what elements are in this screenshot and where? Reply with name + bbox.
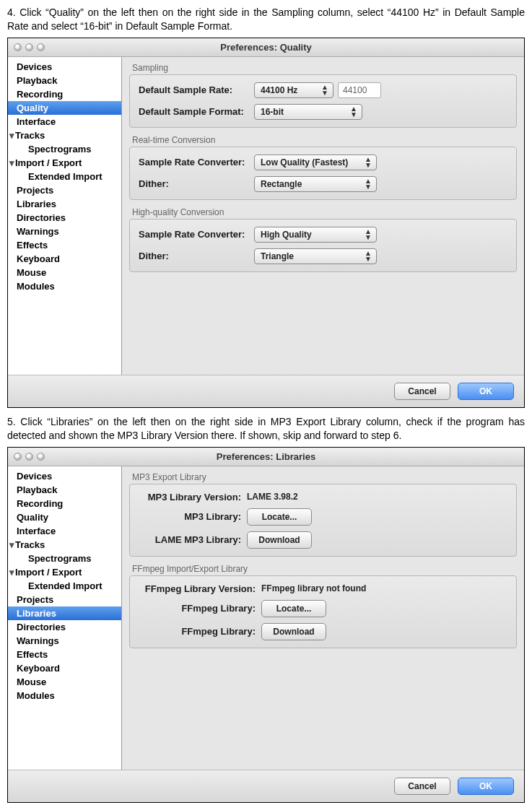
sidebar-item-modules[interactable]: Modules (8, 689, 121, 702)
sidebar-item-tracks[interactable]: ▾Tracks (8, 129, 121, 142)
disclosure-triangle-icon: ▾ (9, 157, 15, 168)
sidebar-item-effects[interactable]: Effects (8, 238, 121, 252)
sidebar: DevicesPlaybackRecordingQualityInterface… (8, 57, 122, 375)
sidebar-item-label: Devices (17, 61, 52, 72)
group-label-hq: High-quality Conversion (132, 207, 517, 217)
sidebar-item-label: Directories (17, 622, 66, 632)
sidebar-item-warnings[interactable]: Warnings (8, 634, 121, 648)
sidebar-item-label: Modules (17, 690, 55, 701)
sidebar-item-label: Recording (17, 89, 63, 100)
mp3-locate-button[interactable]: Locate... (247, 508, 312, 526)
titlebar: Preferences: Quality (8, 38, 524, 57)
sidebar-item-keyboard[interactable]: Keyboard (8, 252, 121, 266)
sidebar-item-label: Keyboard (17, 253, 60, 264)
hq-converter-select[interactable]: High Quality ▲▼ (254, 227, 377, 243)
sidebar-item-label: Quality (17, 103, 48, 113)
sidebar-item-mouse[interactable]: Mouse (8, 675, 121, 689)
sidebar-item-devices[interactable]: Devices (8, 469, 121, 483)
rt-dither-select[interactable]: Rectangle ▲▼ (254, 176, 377, 192)
step-5-text: 5. Click “Libraries” on the left then on… (7, 415, 525, 443)
chevron-updown-icon: ▲▼ (350, 106, 357, 118)
titlebar: Preferences: Libraries (8, 448, 524, 466)
rt-converter-select[interactable]: Low Quality (Fastest) ▲▼ (254, 155, 377, 170)
group-label-mp3: MP3 Export Library (132, 472, 517, 482)
main-panel: Sampling Default Sample Rate: 44100 Hz ▲… (122, 57, 524, 375)
sidebar: DevicesPlaybackRecordingQualityInterface… (8, 466, 122, 770)
sidebar-item-libraries[interactable]: Libraries (8, 197, 121, 211)
cancel-button[interactable]: Cancel (394, 383, 450, 400)
sidebar-item-label: Recording (17, 498, 63, 509)
sidebar-item-label: Effects (17, 240, 48, 251)
cancel-button[interactable]: Cancel (394, 778, 450, 795)
chevron-updown-icon: ▲▼ (365, 157, 372, 168)
sidebar-item-projects[interactable]: Projects (8, 183, 121, 197)
default-sample-rate-input[interactable]: 44100 (338, 82, 381, 98)
select-value: Triangle (261, 251, 294, 261)
sidebar-item-label: Mouse (17, 267, 46, 278)
sidebar-item-label: Extended Import (28, 580, 103, 591)
rt-dither-label: Dither: (139, 178, 254, 189)
ffmpeg-library-label: FFmpeg Library: (139, 603, 261, 614)
select-value: Rectangle (261, 179, 302, 189)
sidebar-item-modules[interactable]: Modules (8, 279, 121, 293)
sidebar-item-label: Projects (17, 185, 53, 196)
sidebar-item-label: Import / Export (15, 567, 82, 578)
sidebar-item-tracks[interactable]: ▾Tracks (8, 538, 121, 552)
step-4-text: 4. Click “Quality” on the left then on t… (7, 6, 525, 33)
default-sample-format-select[interactable]: 16-bit ▲▼ (254, 104, 362, 120)
sidebar-item-import-export[interactable]: ▾Import / Export (8, 565, 121, 579)
sidebar-item-effects[interactable]: Effects (8, 648, 121, 661)
sidebar-item-label: Interface (17, 526, 56, 536)
sidebar-item-label: Tracks (15, 539, 45, 550)
sidebar-item-recording[interactable]: Recording (8, 87, 121, 101)
sidebar-item-label: Spectrograms (28, 144, 91, 155)
chevron-updown-icon: ▲▼ (321, 84, 328, 96)
mp3-library-label: MP3 Library: (139, 511, 247, 522)
sidebar-item-recording[interactable]: Recording (8, 497, 121, 510)
sidebar-item-libraries[interactable]: Libraries (8, 606, 121, 620)
rt-converter-label: Sample Rate Converter: (139, 157, 254, 167)
sidebar-item-devices[interactable]: Devices (8, 60, 121, 74)
sidebar-item-directories[interactable]: Directories (8, 211, 121, 225)
hq-dither-select[interactable]: Triangle ▲▼ (254, 248, 377, 264)
sidebar-item-projects[interactable]: Projects (8, 593, 121, 606)
sidebar-item-directories[interactable]: Directories (8, 620, 121, 634)
sidebar-item-label: Mouse (17, 676, 46, 687)
sidebar-item-quality[interactable]: Quality (8, 101, 121, 115)
sidebar-item-mouse[interactable]: Mouse (8, 266, 121, 279)
mp3-version-label: MP3 Library Version: (139, 492, 247, 502)
sidebar-item-label: Warnings (17, 226, 59, 237)
sidebar-item-interface[interactable]: Interface (8, 524, 121, 538)
sampling-group: Default Sample Rate: 44100 Hz ▲▼ 44100 D… (129, 74, 517, 128)
preferences-libraries-window: Preferences: Libraries DevicesPlaybackRe… (7, 447, 525, 803)
disclosure-triangle-icon: ▾ (9, 539, 15, 550)
default-sample-rate-label: Default Sample Rate: (139, 84, 254, 95)
ffmpeg-version-value: FFmpeg library not found (261, 583, 366, 593)
sidebar-item-label: Interface (17, 116, 56, 127)
sidebar-item-label: Spectrograms (28, 553, 91, 564)
default-sample-format-label: Default Sample Format: (139, 106, 254, 117)
sidebar-item-keyboard[interactable]: Keyboard (8, 661, 121, 675)
default-sample-rate-select[interactable]: 44100 Hz ▲▼ (254, 82, 333, 98)
sidebar-item-extended-import[interactable]: Extended Import (8, 579, 121, 593)
sidebar-item-warnings[interactable]: Warnings (8, 225, 121, 238)
sidebar-item-interface[interactable]: Interface (8, 115, 121, 129)
sidebar-item-import-export[interactable]: ▾Import / Export (8, 156, 121, 170)
sidebar-item-label: Import / Export (15, 157, 82, 168)
sidebar-item-label: Quality (17, 512, 48, 523)
ffmpeg-download-button[interactable]: Download (261, 623, 326, 640)
ok-button[interactable]: OK (458, 778, 514, 795)
sidebar-item-playback[interactable]: Playback (8, 483, 121, 497)
ok-button[interactable]: OK (458, 383, 514, 400)
sidebar-item-playback[interactable]: Playback (8, 74, 121, 87)
ffmpeg-locate-button[interactable]: Locate... (261, 600, 326, 617)
main-panel: MP3 Export Library MP3 Library Version: … (122, 466, 524, 770)
sidebar-item-label: Modules (17, 281, 55, 292)
chevron-updown-icon: ▲▼ (365, 178, 372, 190)
sidebar-item-extended-import[interactable]: Extended Import (8, 170, 121, 183)
sidebar-item-quality[interactable]: Quality (8, 510, 121, 524)
sidebar-item-spectrograms[interactable]: Spectrograms (8, 552, 121, 565)
lame-download-button[interactable]: Download (247, 531, 312, 549)
mp3-version-value: LAME 3.98.2 (247, 492, 298, 502)
sidebar-item-spectrograms[interactable]: Spectrograms (8, 142, 121, 156)
